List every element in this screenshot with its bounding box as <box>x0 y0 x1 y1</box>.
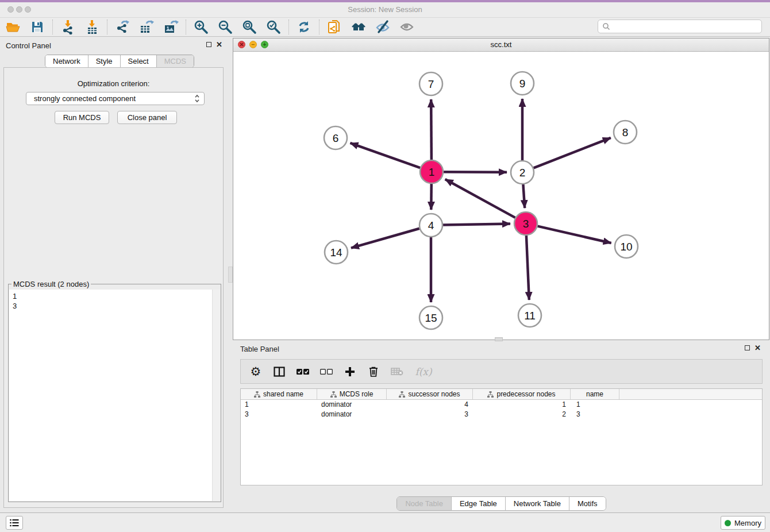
column-chooser-icon[interactable] <box>272 364 286 379</box>
task-history-button[interactable] <box>6 516 23 530</box>
column-header-shared-name[interactable]: shared name <box>241 389 317 399</box>
close-panel-icon[interactable]: ✕ <box>216 41 222 48</box>
svg-text:1: 1 <box>429 166 435 178</box>
export-network-icon[interactable] <box>110 18 134 36</box>
function-builder-icon[interactable]: f(x) <box>414 364 433 379</box>
network-graph[interactable]: 7968124314101511 <box>233 52 769 340</box>
close-table-panel-icon[interactable]: ✕ <box>754 345 761 351</box>
main-toolbar <box>0 18 770 37</box>
column-header-predecessor-nodes[interactable]: predecessor nodes <box>473 389 571 399</box>
graph-node-3[interactable]: 3 <box>514 212 537 235</box>
graph-node-14[interactable]: 14 <box>325 241 348 264</box>
graph-node-7[interactable]: 7 <box>419 72 442 95</box>
graph-node-11[interactable]: 11 <box>518 304 541 327</box>
optimization-criterion-select[interactable]: strongly connected component <box>26 92 205 105</box>
tab-network[interactable]: Network <box>45 55 88 67</box>
tab-network-table[interactable]: Network Table <box>505 497 569 510</box>
graph-node-2[interactable]: 2 <box>511 161 534 184</box>
import-network-icon[interactable] <box>56 18 80 36</box>
clone-network-icon[interactable] <box>322 18 346 36</box>
table-settings-gear-icon[interactable]: ⚙ <box>249 364 263 379</box>
network-canvas[interactable]: 7968124314101511 <box>233 52 769 340</box>
export-image-icon[interactable] <box>159 18 183 36</box>
show-all-networks-icon[interactable] <box>346 18 371 36</box>
graph-edge-1-7[interactable] <box>431 99 432 160</box>
splitter-handle[interactable] <box>228 267 233 283</box>
graph-edge-3-11[interactable] <box>526 236 529 300</box>
table-cell[interactable]: 3 <box>241 410 317 419</box>
table-panel: Table Panel ✕ ⚙ <box>233 340 770 512</box>
table-row[interactable]: 3dominator323 <box>241 410 762 419</box>
graph-edge-1-6[interactable] <box>350 143 420 168</box>
graph-edge-4-14[interactable] <box>351 229 419 248</box>
result-scrollbar-track[interactable] <box>212 290 220 501</box>
tab-mcds[interactable]: MCDS <box>156 55 194 67</box>
table-cell[interactable]: 1 <box>241 400 317 410</box>
graph-node-9[interactable]: 9 <box>511 72 534 95</box>
tab-node-table[interactable]: Node Table <box>397 497 451 510</box>
tab-edge-table[interactable]: Edge Table <box>451 497 505 510</box>
table-cell[interactable]: 3 <box>571 410 619 419</box>
column-label: name <box>586 390 603 398</box>
graph-node-15[interactable]: 15 <box>419 306 442 329</box>
node-table: shared nameMCDS rolesuccessor nodesprede… <box>240 388 763 485</box>
table-cell[interactable]: 1 <box>473 400 571 410</box>
status-bar: Memory <box>0 512 770 532</box>
run-mcds-button[interactable]: Run MCDS <box>55 111 109 124</box>
table-cell[interactable]: 3 <box>387 410 473 419</box>
memory-button[interactable]: Memory <box>721 516 765 530</box>
graphics-details-icon[interactable] <box>371 18 395 36</box>
search-box[interactable] <box>598 20 762 33</box>
import-table-icon[interactable] <box>80 18 104 36</box>
graph-node-6[interactable]: 6 <box>324 126 347 149</box>
table-cell[interactable]: dominator <box>317 410 387 419</box>
graph-edge-1-2[interactable] <box>444 172 507 172</box>
tab-style[interactable]: Style <box>88 55 120 67</box>
tab-select[interactable]: Select <box>120 55 156 67</box>
mcds-result-title: MCDS result (2 nodes) <box>11 280 91 288</box>
zoom-fit-icon[interactable] <box>237 18 261 36</box>
select-all-columns-icon[interactable] <box>296 364 310 379</box>
mcds-result-text[interactable]: 13 <box>9 290 213 501</box>
svg-text:7: 7 <box>428 78 434 90</box>
table-cell[interactable]: 1 <box>571 400 619 410</box>
zoom-out-icon[interactable] <box>213 18 237 36</box>
deselect-all-columns-icon[interactable] <box>319 364 333 379</box>
float-panel-icon[interactable] <box>206 42 211 47</box>
graph-edge-4-3[interactable] <box>443 223 510 225</box>
graph-edge-3-1[interactable] <box>445 179 515 218</box>
search-input[interactable] <box>613 22 761 32</box>
refresh-layout-icon[interactable] <box>292 18 316 36</box>
panel-splitter[interactable] <box>228 37 233 512</box>
tab-motifs[interactable]: Motifs <box>569 497 606 510</box>
zoom-selected-icon[interactable] <box>261 18 286 36</box>
graph-edge-3-10[interactable] <box>537 226 611 243</box>
add-column-icon[interactable] <box>343 364 357 379</box>
column-header-name[interactable]: name <box>571 389 619 399</box>
table-row[interactable]: 1dominator411 <box>241 400 762 410</box>
window-title: Session: New Session <box>0 2 770 17</box>
graph-node-1[interactable]: 1 <box>420 160 443 183</box>
delete-table-icon[interactable] <box>390 364 404 379</box>
table-cell[interactable]: 4 <box>387 400 473 410</box>
float-table-panel-icon[interactable] <box>745 345 750 350</box>
export-table-icon[interactable] <box>134 18 159 36</box>
column-header-MCDS-role[interactable]: MCDS role <box>317 389 387 399</box>
graph-edge-2-3[interactable] <box>523 184 525 208</box>
graph-edge-2-8[interactable] <box>534 138 611 168</box>
open-session-icon[interactable] <box>1 18 25 36</box>
network-window-titlebar[interactable]: ✕ − + scc.txt <box>233 38 769 52</box>
graph-node-8[interactable]: 8 <box>614 121 637 144</box>
zoom-in-icon[interactable] <box>189 18 213 36</box>
close-panel-button[interactable]: Close panel <box>117 111 177 124</box>
table-cell[interactable]: 2 <box>473 410 571 419</box>
column-header-successor-nodes[interactable]: successor nodes <box>387 389 473 399</box>
graph-node-4[interactable]: 4 <box>419 214 442 237</box>
column-label: successor nodes <box>408 390 460 398</box>
application-window: Session: New Session <box>0 0 770 532</box>
hide-panels-eye-icon[interactable] <box>395 18 419 36</box>
table-cell[interactable]: dominator <box>317 400 387 410</box>
graph-node-10[interactable]: 10 <box>615 235 638 258</box>
delete-column-trash-icon[interactable] <box>367 364 380 379</box>
save-session-icon[interactable] <box>25 18 49 36</box>
